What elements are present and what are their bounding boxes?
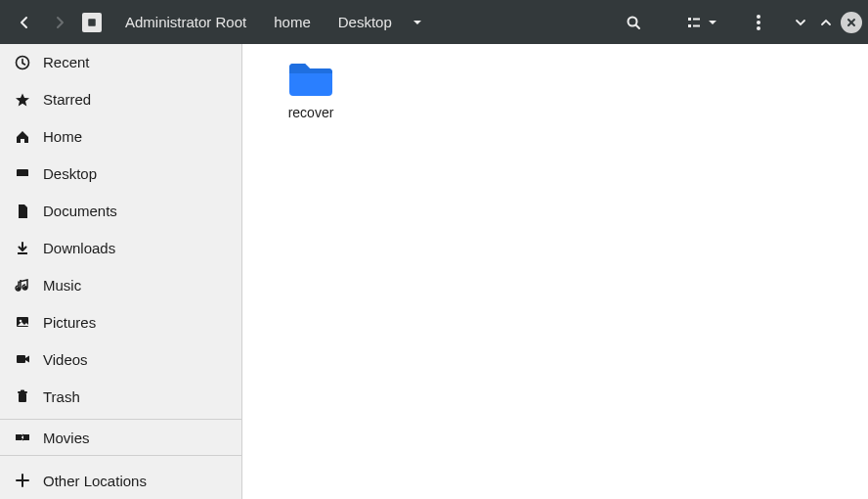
svg-point-17: [23, 286, 27, 290]
svg-rect-6: [693, 24, 700, 26]
minimize-button[interactable]: [790, 12, 811, 33]
music-icon: [14, 276, 31, 294]
svg-line-2: [636, 25, 639, 28]
svg-point-8: [757, 21, 760, 24]
admin-root-icon[interactable]: [82, 13, 102, 32]
svg-rect-15: [18, 252, 27, 254]
svg-rect-24: [16, 434, 22, 440]
sidebar-item-label: Videos: [43, 351, 88, 368]
sidebar-item-label: Other Locations: [43, 473, 147, 489]
clock-icon: [14, 54, 31, 71]
sidebar-item-videos[interactable]: Videos: [0, 340, 241, 378]
svg-rect-21: [19, 393, 26, 402]
sidebar-item-recent[interactable]: Recent: [0, 44, 241, 81]
sidebar-item-label: Desktop: [43, 165, 97, 182]
svg-point-1: [629, 17, 637, 25]
list-view-icon: [686, 15, 702, 30]
sidebar-item-downloads[interactable]: Downloads: [0, 230, 241, 267]
forward-button[interactable]: [47, 10, 72, 35]
home-icon: [14, 128, 31, 146]
sidebar-item-movies[interactable]: Movies: [0, 419, 241, 456]
svg-rect-0: [88, 19, 96, 26]
main-area: Recent Starred Home Desktop Documents: [0, 44, 868, 499]
sidebar-item-label: Downloads: [43, 240, 115, 256]
sidebar-item-home[interactable]: Home: [0, 118, 241, 156]
path-root[interactable]: Administrator Root: [111, 0, 260, 44]
search-button[interactable]: [620, 9, 647, 36]
view-switcher[interactable]: [686, 15, 717, 30]
sidebar-item-music[interactable]: Music: [0, 267, 241, 304]
chevron-down-icon: [708, 18, 717, 27]
menu-button[interactable]: [745, 9, 772, 36]
folder-label: recover: [288, 105, 334, 120]
sidebar-item-label: Starred: [43, 91, 91, 108]
content-area[interactable]: recover: [242, 44, 868, 499]
close-button[interactable]: [841, 12, 862, 33]
sidebar-item-other-locations[interactable]: Other Locations: [0, 462, 241, 499]
svg-point-16: [17, 287, 21, 291]
svg-rect-23: [21, 390, 24, 392]
svg-rect-4: [693, 18, 700, 20]
svg-point-7: [757, 15, 760, 19]
path-segment-desktop[interactable]: Desktop: [325, 0, 406, 44]
path-dropdown[interactable]: [406, 11, 429, 34]
maximize-button[interactable]: [815, 12, 837, 33]
desktop-icon: [14, 165, 31, 183]
sidebar-item-documents[interactable]: Documents: [0, 193, 241, 230]
star-icon: [14, 91, 31, 109]
trash-icon: [14, 387, 31, 405]
sidebar-item-label: Home: [43, 128, 82, 145]
plus-icon: [14, 472, 31, 489]
sidebar-item-label: Movies: [43, 430, 90, 446]
sidebar-item-trash[interactable]: Trash: [0, 378, 241, 415]
back-button[interactable]: [12, 10, 37, 35]
sidebar-item-label: Recent: [43, 54, 90, 70]
videos-icon: [14, 350, 31, 368]
drive-icon: [14, 429, 31, 446]
sidebar-item-pictures[interactable]: Pictures: [0, 303, 241, 340]
svg-point-9: [757, 26, 760, 30]
headerbar: Administrator Root home Desktop: [0, 0, 868, 44]
sidebar-item-label: Documents: [43, 203, 117, 219]
svg-rect-20: [17, 355, 25, 363]
path-segment-home[interactable]: home: [260, 0, 325, 44]
sidebar-item-starred[interactable]: Starred: [0, 81, 241, 118]
sidebar-item-label: Pictures: [43, 314, 96, 331]
svg-rect-14: [17, 176, 28, 178]
pictures-icon: [14, 313, 31, 331]
download-icon: [14, 240, 31, 257]
documents-icon: [14, 203, 31, 220]
svg-rect-3: [688, 18, 691, 21]
svg-rect-5: [688, 24, 691, 27]
folder-item[interactable]: recover: [262, 60, 360, 120]
sidebar: Recent Starred Home Desktop Documents: [0, 44, 242, 499]
sidebar-item-desktop[interactable]: Desktop: [0, 156, 241, 193]
pathbar: Administrator Root home Desktop: [82, 0, 429, 44]
svg-point-19: [20, 320, 22, 323]
sidebar-item-label: Music: [43, 277, 81, 294]
svg-rect-25: [23, 434, 29, 440]
folder-icon: [287, 60, 334, 99]
window-controls: [790, 12, 862, 33]
sidebar-item-label: Trash: [43, 388, 80, 405]
